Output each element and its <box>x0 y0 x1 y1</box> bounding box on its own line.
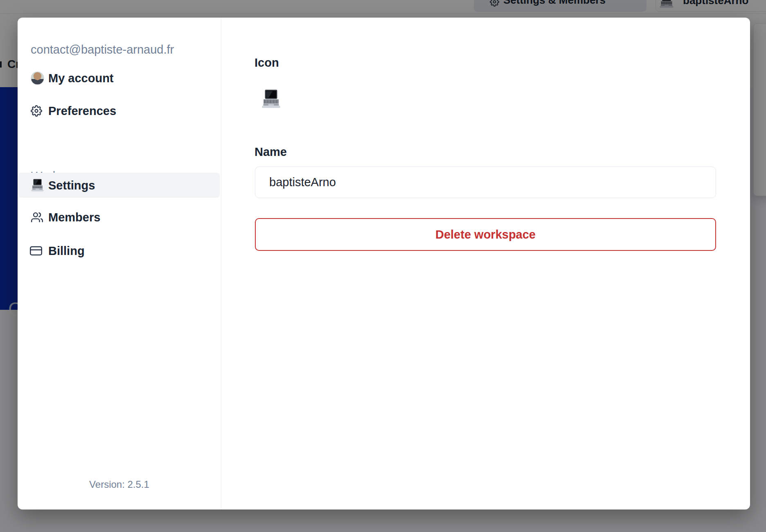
user-avatar <box>31 71 44 85</box>
version-label: Version: 2.5.1 <box>18 479 221 490</box>
sidebar-item-preferences[interactable]: Preferences <box>18 98 221 123</box>
settings-main-panel: Icon Name Delete workspace <box>221 18 750 509</box>
sidebar-item-label: Preferences <box>48 104 116 117</box>
workspace-settings-modal: contact@baptiste-arnaud.fr My account Pr… <box>18 18 750 509</box>
sidebar-item-label: My account <box>48 71 114 85</box>
sidebar-item-label: Settings <box>48 178 95 192</box>
users-icon <box>31 211 43 223</box>
laptop-icon <box>31 178 44 192</box>
sidebar-item-label: Billing <box>48 244 85 257</box>
credit-card-icon <box>30 245 42 257</box>
settings-sidebar: contact@baptiste-arnaud.fr My account Pr… <box>18 18 221 509</box>
user-email: contact@baptiste-arnaud.fr <box>31 43 174 56</box>
sidebar-item-billing[interactable]: Billing <box>18 238 221 263</box>
name-section-label: Name <box>255 146 287 158</box>
sidebar-item-settings[interactable]: Settings <box>18 173 220 198</box>
delete-workspace-button[interactable]: Delete workspace <box>255 218 716 251</box>
workspace-name-input[interactable] <box>255 167 716 198</box>
sidebar-item-my-account[interactable]: My account <box>18 65 221 90</box>
sidebar-item-members[interactable]: Members <box>18 205 221 230</box>
workspace-icon-button[interactable] <box>261 89 281 109</box>
icon-section-label: Icon <box>255 56 279 69</box>
laptop-icon <box>261 89 281 109</box>
gear-icon <box>31 105 42 117</box>
sidebar-item-label: Members <box>48 210 100 224</box>
delete-workspace-button-label: Delete workspace <box>435 228 536 241</box>
